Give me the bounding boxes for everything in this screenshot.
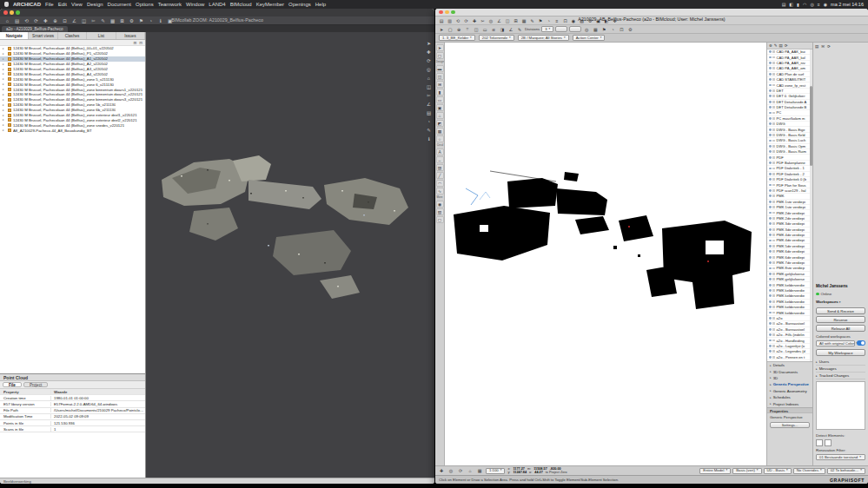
views-icon[interactable]: ▦ bbox=[592, 26, 599, 33]
layer-visibility-icon[interactable] bbox=[769, 212, 772, 214]
layer-lock-icon[interactable] bbox=[772, 162, 775, 164]
layer-visibility-icon[interactable] bbox=[769, 273, 772, 275]
layer-lock-icon[interactable] bbox=[772, 117, 775, 120]
layer-lock-icon[interactable] bbox=[772, 78, 775, 81]
layer-visibility-icon[interactable] bbox=[769, 317, 772, 320]
layer-lock-icon[interactable] bbox=[772, 228, 775, 231]
floor-plan-render[interactable] bbox=[445, 43, 766, 465]
toolbar-button[interactable] bbox=[555, 26, 567, 32]
layer-lock-icon[interactable] bbox=[772, 134, 775, 136]
zoom-titlebar[interactable]: BIMcollab ZOOM: A210029_Belfius-Pacheco bbox=[0, 9, 434, 16]
navigator-item[interactable]: 3D Documents bbox=[767, 368, 812, 374]
search-icon[interactable]: ◎ bbox=[583, 26, 590, 33]
beam-tool-icon[interactable]: ▭ bbox=[436, 96, 444, 103]
pointcloud-viewport[interactable]: ➤✚⟳◎⌂◫✂∠▤◔✎ℹ bbox=[146, 32, 434, 478]
layer-lock-icon[interactable] bbox=[772, 206, 775, 208]
layer-visibility-icon[interactable] bbox=[769, 345, 772, 347]
layer-lock-icon[interactable] bbox=[772, 50, 775, 53]
minimize-button[interactable] bbox=[445, 10, 449, 15]
menubar-menu[interactable]: Window bbox=[186, 2, 204, 7]
tree-item[interactable]: 12430 M Brussel, Pachecolaan 44 (Belfius… bbox=[0, 87, 145, 92]
menubar-clock[interactable]: ma 2 mei 14:16 bbox=[831, 2, 864, 7]
text-tool-icon[interactable]: A bbox=[436, 148, 444, 155]
wave-icon[interactable]: ≋ bbox=[490, 26, 497, 33]
layer-lock-icon[interactable] bbox=[772, 273, 775, 275]
teamwork-section[interactable]: Messages bbox=[816, 366, 865, 373]
my-workspace-button[interactable]: My Workspace bbox=[816, 349, 865, 356]
action-center-button[interactable]: Action Center bbox=[573, 35, 606, 41]
layer-visibility-icon[interactable] bbox=[769, 312, 772, 314]
views-icon[interactable]: ▤ bbox=[425, 109, 433, 116]
menubar-menu[interactable]: KeyMember bbox=[256, 2, 284, 7]
element-preview[interactable] bbox=[825, 439, 832, 446]
document-tab[interactable]: a2o - A210029_Belfius-Pacheco bbox=[2, 26, 68, 32]
layer-visibility-icon[interactable] bbox=[769, 294, 772, 297]
layer-lock-icon[interactable] bbox=[772, 56, 775, 59]
menubar-menu[interactable]: File bbox=[45, 2, 54, 7]
marquee-selector[interactable]: 2B / Marquee; All Stories bbox=[518, 35, 569, 41]
layer-visibility-icon[interactable] bbox=[769, 117, 772, 120]
spline-tool-icon[interactable]: ∿ bbox=[436, 188, 444, 195]
menubar-menu[interactable]: View bbox=[71, 2, 83, 7]
layer-visibility-icon[interactable] bbox=[769, 284, 772, 287]
layer-visibility-icon[interactable] bbox=[769, 173, 772, 175]
layer-visibility-icon[interactable] bbox=[769, 129, 772, 131]
fill-tool-icon[interactable]: ▨ bbox=[436, 164, 444, 171]
camera-tool-icon[interactable]: ▢ bbox=[436, 216, 444, 223]
display-icon[interactable]: ◧ bbox=[790, 2, 794, 7]
layer-lock-icon[interactable] bbox=[772, 112, 775, 115]
layer-visibility-icon[interactable] bbox=[769, 67, 772, 69]
divisions-field[interactable]: 3 bbox=[541, 26, 553, 32]
apple-menu-icon[interactable] bbox=[4, 2, 9, 7]
teamwork-list[interactable] bbox=[816, 381, 865, 430]
quick-option-dropdown[interactable]: 02 Te behoude… bbox=[827, 468, 865, 474]
properties-header[interactable]: Properties bbox=[767, 407, 812, 413]
layer-visibility-icon[interactable] bbox=[769, 50, 772, 53]
close-button[interactable] bbox=[439, 10, 443, 15]
tree-item[interactable]: 12430 M Brussel, Pachecolaan 44 (Belfius… bbox=[0, 117, 145, 122]
menubar-menu[interactable]: Options bbox=[136, 2, 154, 7]
layer-row[interactable]: a2o - Werfbord (in bbox=[767, 360, 812, 362]
window-tool-icon[interactable]: ⊞ bbox=[436, 81, 444, 88]
pointcloud-tab[interactable]: Project bbox=[23, 382, 48, 387]
layer-lock-icon[interactable] bbox=[772, 333, 775, 336]
zoom-button[interactable] bbox=[451, 10, 455, 15]
home-icon[interactable]: ⌂ bbox=[467, 467, 474, 474]
layer-lock-icon[interactable] bbox=[772, 173, 775, 175]
layer-lock-icon[interactable] bbox=[772, 95, 775, 97]
layer-lock-icon[interactable] bbox=[772, 84, 775, 87]
layer-lock-icon[interactable] bbox=[772, 300, 775, 303]
gear-icon[interactable]: ⚙ bbox=[626, 26, 633, 33]
wifi-icon[interactable]: ◠ bbox=[803, 2, 806, 7]
layer-visibility-icon[interactable] bbox=[769, 256, 772, 259]
renovation-filter-dropdown[interactable]: 01 Bestaande toestand bbox=[816, 454, 865, 460]
layer-lock-icon[interactable] bbox=[772, 267, 775, 270]
layer-visibility-icon[interactable] bbox=[769, 228, 772, 231]
beam-icon[interactable]: ▭ bbox=[481, 26, 488, 33]
quick-option-dropdown[interactable]: Entire Model bbox=[699, 468, 731, 474]
layer-lock-icon[interactable] bbox=[772, 67, 775, 69]
layer-visibility-icon[interactable] bbox=[769, 73, 772, 76]
property-row[interactable]: Creation time 1980-01-01 01:00:00 bbox=[0, 395, 145, 401]
layer-lock-icon[interactable] bbox=[772, 361, 775, 362]
sidebar-tab[interactable]: Navigate bbox=[0, 32, 29, 39]
layer-visibility-icon[interactable] bbox=[769, 278, 772, 280]
scale-selector[interactable]: 1:100 bbox=[486, 468, 505, 474]
layer-visibility-icon[interactable] bbox=[769, 234, 772, 236]
quick-option-dropdown[interactable]: UD - Basis bbox=[764, 468, 792, 474]
layer-visibility-icon[interactable] bbox=[769, 322, 772, 325]
property-row[interactable]: Modification Time 2022-05-02 09:09:09 bbox=[0, 414, 145, 420]
layer-visibility-icon[interactable] bbox=[769, 84, 772, 87]
add-layer-icon[interactable]: ⊕ bbox=[769, 43, 772, 48]
layer-lock-icon[interactable] bbox=[772, 261, 775, 264]
layer-lock-icon[interactable] bbox=[772, 256, 775, 259]
sidebar-tab[interactable]: List bbox=[87, 32, 116, 39]
close-button[interactable] bbox=[3, 10, 8, 15]
mesh-tool-icon[interactable]: ▦ bbox=[436, 128, 444, 135]
navigator-item[interactable]: Generic Perspective bbox=[767, 381, 812, 387]
layer-lock-icon[interactable] bbox=[772, 122, 775, 125]
layer-visibility-icon[interactable] bbox=[769, 106, 772, 109]
layer-visibility-icon[interactable] bbox=[769, 189, 772, 192]
flag-icon[interactable]: ⚑ bbox=[600, 26, 607, 33]
sidebar-tab[interactable]: Clashes bbox=[58, 32, 87, 39]
